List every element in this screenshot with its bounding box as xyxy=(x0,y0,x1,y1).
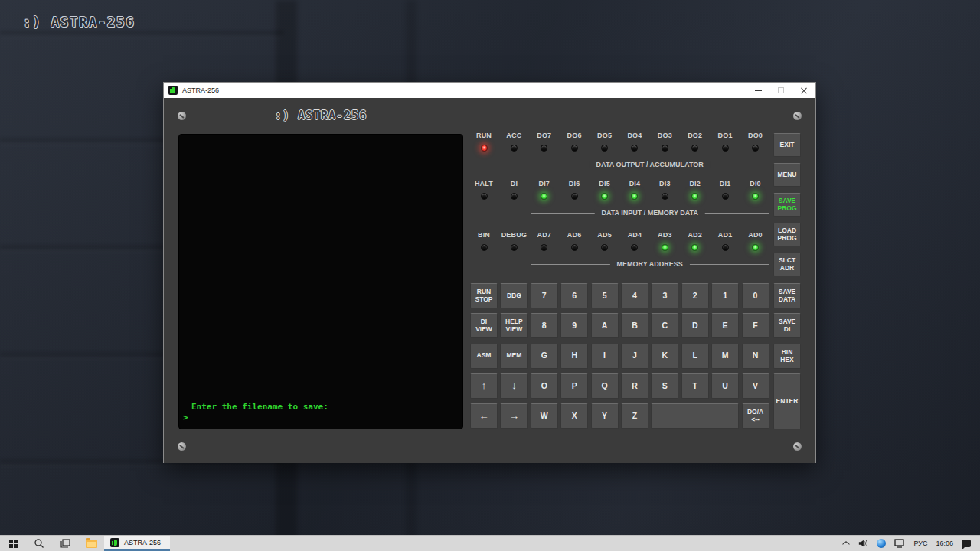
speaker-icon[interactable] xyxy=(858,539,868,548)
led-ad2 xyxy=(691,244,698,251)
button-save-di[interactable]: SAVE DI xyxy=(773,313,801,338)
key-di-view[interactable]: DI VIEW xyxy=(470,313,498,338)
led-label-ad3: AD3 xyxy=(651,231,678,239)
key-d[interactable]: D xyxy=(681,313,709,338)
key-c[interactable]: C xyxy=(651,313,678,338)
key-n[interactable]: N xyxy=(742,344,769,369)
start-button[interactable] xyxy=(0,536,26,551)
terminal-screen[interactable]: Enter the filename to save: > _ xyxy=(178,134,463,429)
led-label-ad6: AD6 xyxy=(560,231,588,239)
button-save-prog[interactable]: SAVE PROG xyxy=(773,193,801,217)
button-bin-hex[interactable]: BIN HEX xyxy=(773,344,801,369)
led-label-do1: DO1 xyxy=(711,132,739,139)
key-arrow-down[interactable]: ↓ xyxy=(500,373,528,399)
minimize-icon[interactable] xyxy=(746,83,769,98)
led-section: RUNACCDO7DO6DO5DO4DO3DO2DO1DO0DATA OUTPU… xyxy=(470,132,769,152)
search-button[interactable] xyxy=(26,536,52,551)
key-help-view[interactable]: HELP VIEW xyxy=(500,313,528,338)
key-g[interactable]: G xyxy=(531,344,558,369)
key-f[interactable]: F xyxy=(742,313,769,338)
led-ad6 xyxy=(571,244,578,251)
key-l[interactable]: L xyxy=(681,344,709,369)
language-indicator[interactable]: РУС xyxy=(913,540,927,547)
key-9[interactable]: 9 xyxy=(560,313,588,338)
led-ad0 xyxy=(752,244,759,251)
tray-expand-icon[interactable] xyxy=(843,540,849,546)
key-m[interactable]: M xyxy=(711,344,739,369)
key-6[interactable]: 6 xyxy=(560,283,588,308)
led-label-di5: DI5 xyxy=(591,180,619,187)
key-r[interactable]: R xyxy=(621,373,648,399)
key-e[interactable]: E xyxy=(711,313,739,338)
action-center-icon[interactable] xyxy=(962,540,971,547)
key-space[interactable] xyxy=(651,403,739,429)
key-8[interactable]: 8 xyxy=(531,313,558,338)
panel-logo: :) ASTRA-256 xyxy=(178,109,463,122)
key-mem[interactable]: MEM xyxy=(500,344,528,369)
key-3[interactable]: 3 xyxy=(651,283,678,308)
key-i[interactable]: I xyxy=(591,344,619,369)
led-do7 xyxy=(541,145,547,152)
key-p[interactable]: P xyxy=(560,373,588,399)
led-label-do4: DO4 xyxy=(621,132,648,139)
key-z[interactable]: Z xyxy=(621,403,648,429)
button-exit[interactable]: EXIT xyxy=(773,133,801,157)
taskbar-app-astra-256[interactable]: ASTRA-256 xyxy=(104,536,170,551)
terminal-message: Enter the filename to save: xyxy=(191,402,328,412)
led-label-debug: DEBUG xyxy=(500,231,528,239)
led-label-run: RUN xyxy=(470,132,498,139)
led-ad1 xyxy=(722,244,729,251)
folder-icon xyxy=(86,540,97,548)
key-5[interactable]: 5 xyxy=(591,283,619,308)
key-s[interactable]: S xyxy=(651,373,678,399)
key-do-a[interactable]: DO/A <-- xyxy=(742,403,769,429)
key-q[interactable]: Q xyxy=(591,373,619,399)
led-section: BINDEBUGAD7AD6AD5AD4AD3AD2AD1AD0MEMORY A… xyxy=(470,231,769,251)
key-dbg[interactable]: DBG xyxy=(500,283,528,308)
key-0[interactable]: 0 xyxy=(742,283,769,308)
key-w[interactable]: W xyxy=(531,403,558,429)
key-x[interactable]: X xyxy=(560,403,588,429)
button-save-data[interactable]: SAVE DATA xyxy=(773,283,801,308)
key-t[interactable]: T xyxy=(681,373,709,399)
button-menu[interactable]: MENU xyxy=(773,163,801,187)
key-asm[interactable]: ASM xyxy=(470,344,498,369)
button-load-prog[interactable]: LOAD PROG xyxy=(773,223,801,246)
led-label-do5: DO5 xyxy=(591,132,619,139)
key-h[interactable]: H xyxy=(560,344,588,369)
key-1[interactable]: 1 xyxy=(711,283,739,308)
led-di5 xyxy=(601,193,608,200)
key-2[interactable]: 2 xyxy=(681,283,709,308)
key-4[interactable]: 4 xyxy=(621,283,648,308)
key-a[interactable]: A xyxy=(591,313,619,338)
button-slct-adr[interactable]: SLCT ADR xyxy=(773,253,801,276)
tray-app-icon[interactable] xyxy=(877,539,886,548)
key-y[interactable]: Y xyxy=(591,403,619,429)
button-enter[interactable]: ENTER xyxy=(773,373,801,429)
key-k[interactable]: K xyxy=(651,344,678,369)
task-view-button[interactable] xyxy=(52,536,78,551)
file-explorer-button[interactable] xyxy=(78,536,104,551)
key-b[interactable]: B xyxy=(621,313,648,338)
desktop-logo: :) ASTRA-256 xyxy=(23,15,136,30)
key-arrow-right[interactable]: → xyxy=(500,403,528,429)
maximize-icon[interactable] xyxy=(769,83,792,98)
led-label-ad5: AD5 xyxy=(591,231,619,239)
led-ad7 xyxy=(541,244,547,251)
network-icon[interactable] xyxy=(894,539,905,548)
window-title: ASTRA-256 xyxy=(182,86,746,94)
key-u[interactable]: U xyxy=(711,373,739,399)
key-j[interactable]: J xyxy=(621,344,648,369)
key-run-stop[interactable]: RUN STOP xyxy=(470,283,498,308)
window-controls xyxy=(746,83,815,98)
key-arrow-up[interactable]: ↑ xyxy=(470,373,498,399)
key-arrow-left[interactable]: ← xyxy=(470,403,498,429)
led-di xyxy=(511,193,518,200)
clock[interactable]: 16:06 xyxy=(936,540,953,547)
close-icon[interactable] xyxy=(792,83,815,98)
key-o[interactable]: O xyxy=(531,373,558,399)
key-v[interactable]: V xyxy=(742,373,769,399)
window-titlebar[interactable]: ASTRA-256 xyxy=(164,83,815,98)
group-label: MEMORY ADDRESS xyxy=(610,260,690,268)
key-7[interactable]: 7 xyxy=(531,283,558,308)
